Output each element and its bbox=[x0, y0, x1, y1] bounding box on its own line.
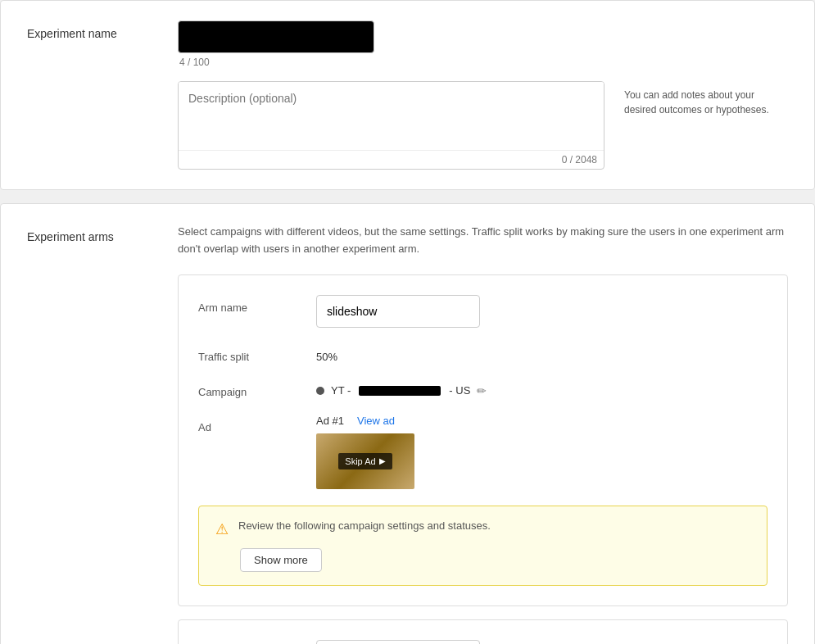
description-textarea[interactable] bbox=[179, 82, 604, 147]
desc-char-count: 0 / 2048 bbox=[179, 150, 604, 169]
arm1-traffic-row: Traffic split 50% bbox=[198, 344, 767, 363]
arm1-ad-value: Ad #1 View ad Skip Ad ▶ bbox=[316, 415, 767, 489]
arms-content: Select campaigns with different videos, … bbox=[178, 224, 788, 644]
arm2-name-value bbox=[316, 640, 767, 644]
arm1-traffic-label: Traffic split bbox=[198, 344, 297, 363]
warning-text: Review the following campaign settings a… bbox=[238, 519, 491, 532]
arm1-campaign-value: YT - - US ✏ bbox=[316, 379, 767, 397]
arms-header-row: Experiment arms Select campaigns with di… bbox=[27, 224, 788, 644]
arm1-ad-label: Ad bbox=[198, 415, 297, 433]
arms-section-label: Experiment arms bbox=[27, 224, 158, 243]
skip-ad-text: Skip Ad bbox=[345, 456, 375, 466]
campaign-prefix: YT - bbox=[331, 384, 351, 397]
arm1-name-input[interactable] bbox=[316, 295, 480, 328]
warning-message-row: ⚠ Review the following campaign settings… bbox=[215, 519, 750, 538]
arm1-name-row: Arm name bbox=[198, 295, 767, 328]
description-box: 0 / 2048 bbox=[178, 81, 604, 170]
arm1-ad-row: Ad Ad #1 View ad Skip Ad ▶ bbox=[198, 415, 767, 489]
ad-header: Ad #1 View ad bbox=[316, 415, 767, 427]
skip-ad-button[interactable]: Skip Ad ▶ bbox=[338, 453, 392, 469]
arm1-card: Arm name Traffic split 50% bbox=[178, 274, 788, 606]
arm1-name-label: Arm name bbox=[198, 295, 297, 314]
arms-intro-text: Select campaigns with different videos, … bbox=[178, 224, 788, 258]
warning-icon: ⚠ bbox=[215, 520, 229, 538]
description-row: 0 / 2048 You can add notes about your de… bbox=[178, 81, 788, 170]
show-more-button[interactable]: Show more bbox=[240, 548, 322, 572]
experiment-name-section: Experiment name 4 / 100 0 / 2048 You can… bbox=[0, 0, 815, 190]
arm2-card: Arm name bbox=[178, 619, 788, 644]
campaign-status-dot bbox=[316, 387, 324, 395]
description-hint: You can add notes about your desired out… bbox=[624, 81, 788, 170]
name-char-count: 4 / 100 bbox=[179, 57, 788, 68]
arm1-name-value bbox=[316, 295, 767, 328]
arm2-name-label: Arm name bbox=[198, 640, 297, 644]
arm1-traffic-value: 50% bbox=[316, 344, 767, 363]
experiment-name-label: Experiment name bbox=[27, 20, 158, 40]
traffic-split-text: 50% bbox=[316, 344, 767, 363]
ad-section: Ad #1 View ad Skip Ad ▶ bbox=[316, 415, 767, 489]
experiment-arms-section: Experiment arms Select campaigns with di… bbox=[0, 203, 815, 644]
arm1-campaign-row: Campaign YT - - US ✏ bbox=[198, 379, 767, 398]
ad-thumbnail: Skip Ad ▶ bbox=[316, 433, 414, 489]
campaign-redacted-text bbox=[359, 386, 441, 396]
arm1-campaign-label: Campaign bbox=[198, 379, 297, 398]
warning-box: ⚠ Review the following campaign settings… bbox=[198, 506, 767, 586]
campaign-info-row: YT - - US ✏ bbox=[316, 379, 767, 397]
arm2-name-input[interactable] bbox=[316, 640, 480, 644]
campaign-edit-icon[interactable]: ✏ bbox=[477, 384, 487, 397]
experiment-name-content: 4 / 100 0 / 2048 You can add notes about… bbox=[178, 20, 788, 170]
skip-play-icon: ▶ bbox=[379, 456, 386, 465]
ad-number: Ad #1 bbox=[316, 415, 344, 427]
campaign-suffix: - US bbox=[449, 384, 470, 397]
view-ad-link[interactable]: View ad bbox=[357, 415, 395, 427]
experiment-name-input[interactable] bbox=[178, 20, 374, 53]
arm2-name-row: Arm name bbox=[198, 640, 767, 644]
